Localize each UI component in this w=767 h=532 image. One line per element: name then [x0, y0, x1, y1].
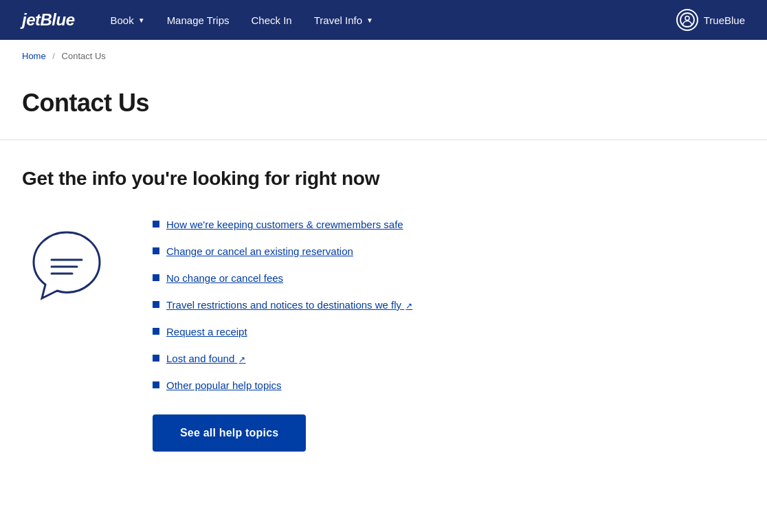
list-item: Travel restrictions and notices to desti…: [153, 298, 745, 312]
main-nav: jetBlue Book ▼ Manage Trips Check In Tra…: [0, 0, 767, 40]
link-no-change-fees[interactable]: No change or cancel fees: [166, 271, 283, 285]
trueblue-account[interactable]: TrueBlue: [676, 9, 745, 31]
help-links-list: How we're keeping customers & crewmember…: [153, 217, 745, 392]
main-content: Get the info you're looking for right no…: [0, 140, 767, 493]
list-item: Request a receipt: [153, 324, 745, 339]
bullet-icon: [153, 328, 159, 335]
link-travel-restrictions[interactable]: Travel restrictions and notices to desti…: [166, 298, 412, 312]
travel-info-chevron-icon: ▼: [366, 16, 373, 24]
svg-point-1: [685, 16, 689, 21]
chat-icon-wrap: [22, 217, 111, 307]
user-icon: [680, 12, 695, 27]
link-safety[interactable]: How we're keeping customers & crewmember…: [166, 217, 403, 232]
logo[interactable]: jetBlue: [22, 10, 75, 30]
list-item: Lost and found ↗: [153, 351, 745, 366]
cta-wrap: See all help topics: [153, 414, 745, 452]
bullet-icon: [153, 381, 159, 388]
avatar: [676, 9, 698, 31]
bullet-icon: [153, 355, 159, 362]
link-change-cancel[interactable]: Change or cancel an existing reservation: [166, 244, 353, 258]
bullet-icon: [153, 274, 159, 281]
link-popular-topics[interactable]: Other popular help topics: [166, 378, 282, 392]
chat-bubble-icon: [25, 224, 108, 307]
nav-manage-trips[interactable]: Manage Trips: [159, 0, 238, 40]
list-item: Change or cancel an existing reservation: [153, 244, 745, 258]
breadcrumb-home[interactable]: Home: [22, 51, 46, 61]
page-title: Contact Us: [22, 89, 745, 118]
breadcrumb-current: Contact Us: [62, 51, 106, 61]
trueblue-label: TrueBlue: [704, 14, 745, 26]
nav-travel-info[interactable]: Travel Info ▼: [306, 0, 381, 40]
bullet-icon: [153, 247, 159, 254]
help-links-section: How we're keeping customers & crewmember…: [153, 217, 745, 452]
bullet-icon: [153, 221, 159, 228]
nav-book[interactable]: Book ▼: [102, 0, 153, 40]
breadcrumb-separator: /: [52, 51, 55, 61]
list-item: No change or cancel fees: [153, 271, 745, 285]
section-heading: Get the info you're looking for right no…: [22, 168, 745, 190]
page-title-section: Contact Us: [0, 72, 767, 140]
list-item: Other popular help topics: [153, 378, 745, 392]
external-arrow-icon: ↗: [238, 355, 245, 364]
link-receipt[interactable]: Request a receipt: [166, 324, 247, 339]
nav-check-in[interactable]: Check In: [243, 0, 300, 40]
info-layout: How we're keeping customers & crewmember…: [22, 217, 745, 452]
external-arrow-icon: ↗: [405, 301, 412, 311]
link-lost-found[interactable]: Lost and found ↗: [166, 351, 245, 366]
book-chevron-icon: ▼: [138, 16, 145, 24]
list-item: How we're keeping customers & crewmember…: [153, 217, 745, 232]
see-all-help-topics-button[interactable]: See all help topics: [153, 414, 306, 452]
breadcrumb: Home / Contact Us: [0, 40, 767, 72]
bullet-icon: [153, 301, 159, 308]
